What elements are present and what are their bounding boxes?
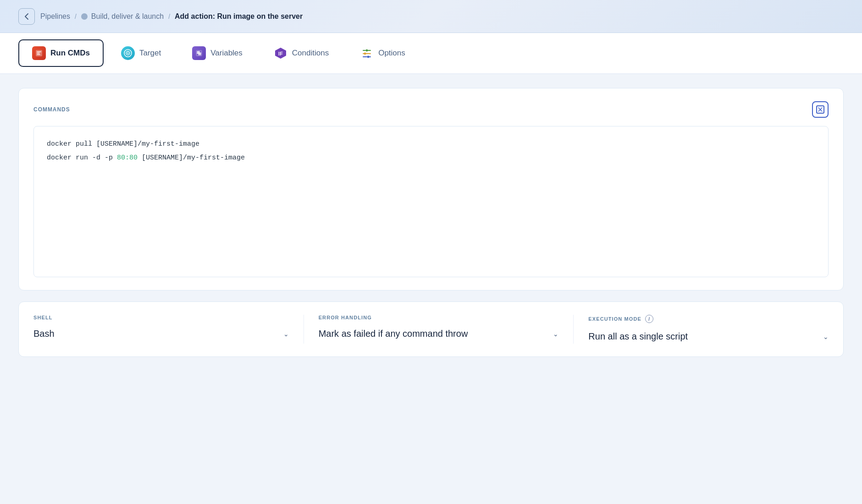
svg-point-6 [200, 54, 201, 55]
error-handling-chevron-icon: ⌄ [553, 330, 558, 338]
expand-button[interactable] [812, 101, 829, 118]
code-editor[interactable]: docker pull [USERNAME]/my-first-image do… [33, 126, 829, 277]
tab-variables[interactable]: Variables [178, 39, 256, 67]
code-line-1: docker pull [USERNAME]/my-first-image [47, 137, 815, 151]
page-title: Add action: Run image on the server [175, 12, 303, 21]
variables-icon [192, 46, 206, 60]
tab-conditions[interactable]: IF Conditions [260, 39, 343, 67]
tabs-area: Run CMDs Target Variables IF [0, 33, 862, 74]
svg-point-3 [127, 53, 128, 54]
svg-point-5 [197, 51, 199, 53]
tab-run-cmds[interactable]: Run CMDs [18, 39, 104, 67]
execution-mode-label: EXECUTION MODE i [588, 315, 829, 323]
main-content: COMMANDS docker pull [USERNAME]/my-first… [0, 74, 862, 371]
commands-label: COMMANDS [33, 106, 70, 113]
shell-select[interactable]: Bash ⌄ [33, 327, 289, 341]
shell-option-group: SHELL Bash ⌄ [33, 315, 289, 344]
commands-card: COMMANDS docker pull [USERNAME]/my-first… [18, 88, 844, 290]
back-button[interactable] [18, 8, 35, 25]
options-grid: SHELL Bash ⌄ ERROR HANDLING Mark as fail… [33, 315, 829, 344]
pipelines-link[interactable]: Pipelines [40, 12, 70, 21]
error-handling-label: ERROR HANDLING [319, 315, 559, 320]
error-handling-option-group: ERROR HANDLING Mark as failed if any com… [304, 315, 559, 344]
bottom-options-card: SHELL Bash ⌄ ERROR HANDLING Mark as fail… [18, 301, 844, 357]
pipeline-name-link[interactable]: Build, deliver & launch [81, 12, 164, 21]
header: Pipelines / Build, deliver & launch / Ad… [0, 0, 862, 33]
breadcrumb-sep-1: / [75, 13, 77, 20]
breadcrumb-sep-2: / [168, 13, 170, 20]
conditions-icon: IF [274, 46, 287, 60]
pipeline-status-dot [81, 13, 88, 20]
options-icon [360, 46, 374, 60]
error-handling-select[interactable]: Mark as failed if any command throw ⌄ [319, 327, 559, 341]
execution-mode-info-icon[interactable]: i [645, 315, 653, 323]
tab-options[interactable]: Options [346, 39, 419, 67]
breadcrumb: Pipelines / Build, deliver & launch / Ad… [40, 12, 303, 21]
code-line-2: docker run -d -p 80:80 [USERNAME]/my-fir… [47, 151, 815, 165]
execution-mode-option-group: EXECUTION MODE i Run all as a single scr… [573, 315, 829, 344]
run-cmds-icon [32, 46, 46, 60]
execution-mode-select[interactable]: Run all as a single script ⌄ [588, 329, 829, 344]
execution-mode-chevron-icon: ⌄ [823, 333, 829, 340]
commands-card-header: COMMANDS [33, 101, 829, 118]
shell-chevron-icon: ⌄ [283, 330, 289, 338]
tab-target[interactable]: Target [107, 39, 175, 67]
target-icon [121, 46, 135, 60]
svg-text:IF: IF [278, 51, 283, 56]
shell-label: SHELL [33, 315, 289, 320]
